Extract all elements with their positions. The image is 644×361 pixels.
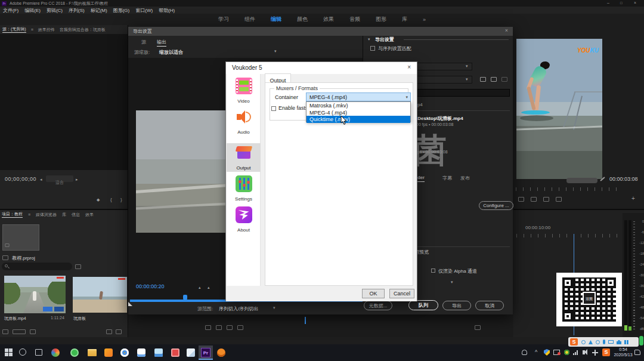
clip-1-name[interactable]: 玩滑板.mp4 [4,316,26,322]
menu-markers[interactable]: 标记(M) [91,7,107,14]
export-tab-output[interactable]: 输出 [157,39,166,47]
move-cross-icon[interactable] [592,350,598,356]
tab-publish[interactable]: 发布 [460,175,470,181]
close-window-button[interactable]: × [634,1,636,5]
sidebar-item-settings[interactable]: Settings [227,174,261,203]
mark-in-icon[interactable]: { [110,197,112,202]
delete-preset-icon[interactable] [501,77,507,82]
notification-center-icon[interactable] [634,350,640,355]
workspace-tab-learning[interactable]: 学习 [218,16,229,23]
cortana-search-icon[interactable] [19,348,26,356]
app-orange-face-icon[interactable] [217,348,225,357]
queue-button[interactable]: 队列 [408,300,438,310]
source-range-chevron-icon[interactable]: ▾ [273,306,275,310]
status-dot-icon[interactable] [564,350,569,355]
button-editor-plus-icon[interactable]: + [631,195,635,202]
export-preview-timecode[interactable]: 00:00:00:20 [136,283,165,289]
menu-file[interactable]: 文件(F) [3,7,18,14]
app-video-icon[interactable] [154,348,163,357]
fit-dropdown[interactable]: 适合 [46,175,73,182]
zoom-slider[interactable] [13,329,26,334]
source-range-value[interactable]: 序列切入/序列切出 [219,306,258,312]
timeline-tool-icon[interactable] [227,325,233,330]
search-box[interactable] [2,263,72,270]
step-back-icon[interactable]: ◂ [40,177,42,182]
app-green-icon[interactable] [70,348,79,357]
voukoder-cancel-button[interactable]: Cancel [389,289,414,298]
voukoder-title-bar[interactable]: Voukoder 5 × [226,62,417,74]
import-into-project-chevron-icon[interactable]: ▾ [451,280,453,285]
menu-clip[interactable]: 剪辑(C) [47,7,63,14]
workspace-tab-audio[interactable]: 音频 [349,16,360,23]
faststart-checkbox[interactable] [271,106,276,111]
premiere-taskbar-button[interactable]: Pr [199,345,213,360]
extract-icon[interactable] [531,197,537,202]
trash-icon[interactable] [116,329,122,334]
dropdown-option-mpeg4[interactable]: MPEG-4 (.mp4) [306,109,410,116]
voukoder-close-icon[interactable]: × [407,64,411,70]
panel-menu-icon[interactable]: ≡ [28,212,30,217]
security-shield-icon[interactable] [544,349,550,356]
export-dialog-close-icon[interactable]: × [505,27,508,33]
timeline-settings-icon[interactable] [475,325,481,330]
ime-mode-icon[interactable] [581,340,586,344]
project-file-name[interactable]: 教程.prproj [12,255,35,261]
network-icon[interactable] [573,350,579,355]
sidebar-item-video[interactable]: Video [227,76,261,105]
export-tab-source[interactable]: 源 [141,39,146,45]
step-fwd-icon[interactable]: ▸ [76,177,78,182]
dropdown-option-matroska[interactable]: Matroska (.mkv) [306,102,410,109]
app-cloud-icon[interactable] [137,348,145,357]
list-view-icon[interactable] [75,264,81,269]
timeline-timecode[interactable]: 00:00:10:00 [525,225,550,230]
selected-clip-thumbnail[interactable] [2,224,39,251]
marker-icon[interactable]: ◆ [97,198,100,202]
sort-icon[interactable] [30,329,36,334]
match-sequence-checkbox[interactable] [370,46,375,51]
minimize-button[interactable]: – [607,1,609,5]
panel-menu-icon[interactable]: ≡ [31,27,33,32]
sidebar-item-audio[interactable]: Audio [227,107,261,136]
import-preset-icon[interactable] [491,77,497,82]
configure-button[interactable]: Configure ... [479,201,513,210]
app-notes-icon[interactable] [187,348,195,357]
tab-libraries[interactable]: 库 [62,212,66,218]
lift-icon[interactable] [518,197,524,202]
menu-sequence[interactable]: 序列(S) [69,7,85,14]
workspace-tab-graphics[interactable]: 图形 [376,16,386,23]
ime-toolbox-icon[interactable] [624,340,629,344]
settings-collapse-icon[interactable]: ▾ [368,37,370,42]
app-pinwheel-icon[interactable] [51,348,60,357]
sogou-logo-icon[interactable]: S [570,338,578,345]
icon-view-toggle[interactable] [2,329,8,334]
ok-button[interactable]: OK [362,289,385,298]
source-timecode[interactable]: 00;00;00;00 [5,176,36,182]
tray-expand-icon[interactable]: ^ [535,349,537,355]
task-view-icon[interactable] [35,349,42,356]
app-uc-browser-icon[interactable] [104,348,113,357]
tab-source-clip[interactable]: 源：(无剪辑) [2,26,26,33]
tab-project[interactable]: 项目：教程 [2,211,23,218]
container-combobox[interactable]: MPEG-4 (.mp4) ▾ [306,92,411,101]
clip-thumbnail-2[interactable] [73,277,127,313]
workspace-overflow-icon[interactable]: » [423,17,426,23]
menu-window[interactable]: 窗口(W) [135,7,153,14]
dropdown-option-quicktime[interactable]: Quicktime (.mov) [306,116,410,123]
monitor-ruler[interactable] [516,187,623,191]
save-preset-icon[interactable] [480,77,486,82]
menu-graphics[interactable]: 图形(G) [113,7,130,14]
menu-help[interactable]: 帮助(H) [159,7,175,14]
tab-effects[interactable]: 效果 [85,212,94,218]
cancel-button[interactable]: 取消 [475,301,504,310]
workspace-tab-editing[interactable]: 编辑 [271,16,281,23]
workspace-tab-color[interactable]: 颜色 [297,16,308,23]
ime-emoji-icon[interactable] [596,340,600,344]
menu-edit[interactable]: 编辑(E) [24,7,41,14]
alpha-only-checkbox[interactable] [431,269,435,273]
timeline-tool-icon[interactable] [216,325,222,330]
timeline-tool-icon[interactable] [237,325,243,330]
sogou-tray-icon[interactable]: S [602,348,610,356]
export-frame-icon[interactable] [543,197,549,202]
timeline-tool-icon[interactable] [205,325,211,330]
chrome-icon[interactable] [120,348,129,357]
